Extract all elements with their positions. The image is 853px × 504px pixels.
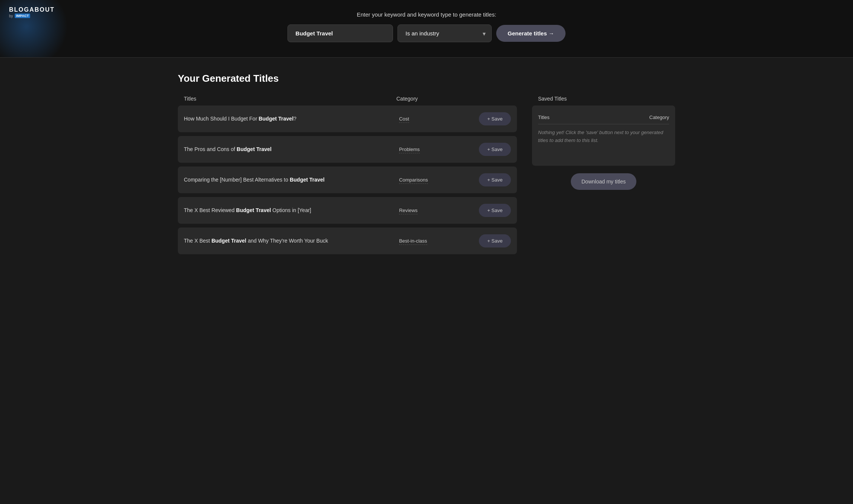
- save-button[interactable]: + Save: [479, 204, 511, 217]
- saved-col-headers: Titles Category: [538, 111, 669, 124]
- table-row: Comparing the [Number] Best Alternatives…: [178, 166, 517, 193]
- category-cell: Problems: [399, 146, 474, 153]
- saved-col-category-label: Category: [624, 115, 669, 120]
- saved-box: Titles Category Nothing yet! Click the '…: [532, 105, 675, 166]
- generate-titles-button[interactable]: Generate titles →: [496, 25, 565, 42]
- table-row: The X Best Budget Travel and Why They're…: [178, 228, 517, 254]
- logo-byline: by IMPACT: [9, 14, 55, 18]
- keyword-type-wrapper: Is an industry Is a topic Is a product I…: [397, 24, 492, 42]
- main-content: Your Generated Titles Titles Category Ho…: [163, 58, 690, 281]
- save-button[interactable]: + Save: [479, 112, 511, 125]
- category-label: Reviews: [399, 208, 417, 214]
- category-cell: Reviews: [399, 207, 474, 214]
- save-button[interactable]: + Save: [479, 143, 511, 156]
- saved-empty-message: Nothing yet! Click the 'save' button nex…: [538, 129, 669, 145]
- section-title: Your Generated Titles: [178, 73, 675, 84]
- title-text: Comparing the [Number] Best Alternatives…: [184, 176, 394, 184]
- title-text: The X Best Budget Travel and Why They're…: [184, 237, 394, 245]
- keyword-type-select[interactable]: Is an industry Is a topic Is a product I…: [397, 24, 492, 42]
- saved-panel: Saved Titles Titles Category Nothing yet…: [532, 96, 675, 190]
- keyword-input[interactable]: [287, 24, 393, 42]
- titles-col-label: Titles: [184, 96, 396, 102]
- category-label: Best-in-class: [399, 238, 427, 245]
- title-text: The Pros and Cons of Budget Travel: [184, 145, 394, 153]
- download-titles-button[interactable]: Download my titles: [571, 173, 636, 190]
- save-button[interactable]: + Save: [479, 173, 511, 186]
- title-text: The X Best Reviewed Budget Travel Option…: [184, 206, 394, 214]
- category-col-label: Category: [396, 96, 472, 102]
- table-row: The Pros and Cons of Budget Travel Probl…: [178, 136, 517, 163]
- category-cell: Comparisons: [399, 176, 474, 184]
- category-cell: Best-in-class: [399, 237, 474, 245]
- category-label: Comparisons: [399, 177, 428, 184]
- title-text: How Much Should I Budget For Budget Trav…: [184, 115, 394, 123]
- category-cell: Cost: [399, 115, 474, 123]
- logo-impact: IMPACT: [15, 14, 31, 18]
- two-column-layout: Titles Category How Much Should I Budget…: [178, 96, 675, 258]
- header-subtitle: Enter your keyword and keyword type to g…: [357, 11, 496, 18]
- titles-col-headers: Titles Category: [178, 96, 517, 105]
- save-button[interactable]: + Save: [479, 234, 511, 247]
- saved-titles-heading: Saved Titles: [538, 96, 567, 102]
- category-label: Cost: [399, 116, 409, 123]
- header-section: BLOGABOUT by IMPACT Enter your keyword a…: [0, 0, 853, 58]
- category-label: Problems: [399, 147, 420, 153]
- saved-panel-header: Saved Titles: [532, 96, 675, 105]
- titles-panel: Titles Category How Much Should I Budget…: [178, 96, 517, 258]
- logo-blogabout: BLOGABOUT: [9, 7, 55, 13]
- table-row: The X Best Reviewed Budget Travel Option…: [178, 197, 517, 224]
- input-row: Is an industry Is a topic Is a product I…: [287, 24, 565, 42]
- table-row: How Much Should I Budget For Budget Trav…: [178, 105, 517, 132]
- saved-col-titles-label: Titles: [538, 115, 624, 120]
- logo: BLOGABOUT by IMPACT: [9, 7, 55, 18]
